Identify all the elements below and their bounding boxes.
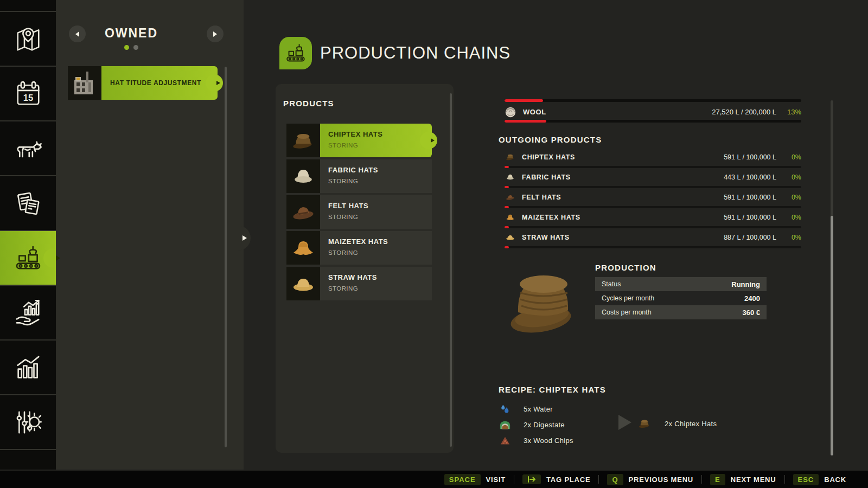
maizetex-hat-icon xyxy=(505,212,515,223)
outgoing-amount: 591 L / 100,000 L xyxy=(724,214,776,221)
page-title: PRODUCTION CHAINS xyxy=(320,43,510,63)
owned-panel-scrollbar[interactable] xyxy=(225,67,227,447)
hotkey-label: TAG PLACE xyxy=(546,476,590,484)
hotkey-visit[interactable]: SPACE VISIT xyxy=(444,474,506,485)
products-scrollbar[interactable] xyxy=(450,93,452,447)
sidebar-item-production[interactable] xyxy=(0,231,56,286)
outgoing-amount: 591 L / 100,000 L xyxy=(724,194,776,201)
divider xyxy=(701,475,702,484)
outgoing-fill-bar xyxy=(505,166,801,168)
details-scrollbar-thumb[interactable] xyxy=(831,216,833,455)
outgoing-percent: 0% xyxy=(776,174,801,181)
recipe-input-text: 3x Wood Chips xyxy=(524,436,573,445)
esc-key: ESC xyxy=(793,474,819,485)
details-section: WOOL 27,520 L / 200,000 L 13% OUTGOING P… xyxy=(497,0,805,470)
products-list: CHIPTEX HATS STORING FABRIC HATS STORING… xyxy=(286,124,432,303)
outgoing-fill-bar xyxy=(505,206,801,208)
owned-item-label-plate: HAT TITUDE ADJUSTMENT xyxy=(101,66,218,100)
products-panel-title: PRODUCTS xyxy=(283,99,334,108)
chiptex-hat-image xyxy=(290,127,316,153)
outgoing-percent: 0% xyxy=(776,234,801,241)
product-label-plate: FABRIC HATS STORING xyxy=(320,159,432,193)
row-label: Costs per month xyxy=(602,309,652,316)
hotkey-tag-place[interactable]: TAG PLACE xyxy=(522,474,590,484)
outgoing-fill-bar xyxy=(505,246,801,248)
fill-red xyxy=(505,226,509,228)
page-dot[interactable] xyxy=(133,45,138,50)
outgoing-products-title: OUTGOING PRODUCTS xyxy=(499,135,602,144)
finances-icon xyxy=(13,298,43,328)
hotkey-label: NEXT MENU xyxy=(731,476,776,484)
owned-carousel: OWNED xyxy=(56,22,244,54)
hotkey-back[interactable]: ESC BACK xyxy=(793,474,847,485)
maizetex-hat-image xyxy=(290,235,316,261)
sidebar-item-statistics[interactable] xyxy=(0,341,56,395)
fill-red xyxy=(505,246,509,248)
item-arrow-icon xyxy=(216,81,220,85)
sidebar-item-settings[interactable] xyxy=(0,395,56,450)
input-name: WOOL xyxy=(523,108,546,116)
outgoing-row-fabric-hats[interactable]: FABRIC HATS 443 L / 100,000 L 0% xyxy=(505,170,801,190)
product-label-plate: FELT HATS STORING xyxy=(320,195,432,229)
hotkey-next-menu[interactable]: E NEXT MENU xyxy=(710,474,776,485)
row-label: Cycles per month xyxy=(602,294,654,302)
recipe-output: 2x Chiptex Hats xyxy=(637,416,717,431)
product-name: FELT HATS xyxy=(328,202,432,210)
product-name: STRAW HATS xyxy=(328,273,432,281)
sidebar-item-finances[interactable] xyxy=(0,286,56,341)
outgoing-row-maizetex-hats[interactable]: MAIZETEX HATS 591 L / 100,000 L 0% xyxy=(505,210,801,230)
product-item-felt-hats[interactable]: FELT HATS STORING xyxy=(286,195,432,229)
product-status: STORING xyxy=(328,142,432,149)
fill-red xyxy=(505,186,509,188)
fabric-hat-image xyxy=(290,163,316,189)
sidebar-spacer xyxy=(0,0,56,12)
svg-text:15: 15 xyxy=(23,93,33,103)
product-thumbnail xyxy=(286,231,320,265)
panel-collapse-handle[interactable] xyxy=(235,226,251,251)
statistics-icon xyxy=(13,352,43,383)
product-item-fabric-hats[interactable]: FABRIC HATS STORING xyxy=(286,159,432,193)
input-fill-bar-top xyxy=(505,99,801,102)
page-icon-tile xyxy=(279,37,312,69)
page-dot-active[interactable] xyxy=(124,45,129,50)
hotkey-previous-menu[interactable]: Q PREVIOUS MENU xyxy=(607,474,693,485)
carousel-next-button[interactable] xyxy=(207,25,224,42)
product-item-maizetex-hats[interactable]: MAIZETEX HATS STORING xyxy=(286,231,432,265)
straw-hat-image xyxy=(290,271,316,297)
sidebar-item-animals[interactable] xyxy=(0,121,56,176)
fill-red xyxy=(505,166,509,168)
wood-chips-icon xyxy=(499,434,512,447)
outgoing-row-chiptex-hats[interactable]: CHIPTEX HATS 591 L / 100,000 L 0% xyxy=(505,150,801,170)
sidebar-item-contracts[interactable] xyxy=(0,176,56,231)
recipe-input-digestate: 2x Digestate xyxy=(499,417,573,433)
calendar-icon: 15 xyxy=(13,79,43,109)
product-item-chiptex-hats[interactable]: CHIPTEX HATS STORING xyxy=(286,124,432,157)
production-title: PRODUCTION xyxy=(595,263,656,272)
outgoing-row-felt-hats[interactable]: FELT HATS 591 L / 100,000 L 0% xyxy=(505,190,801,210)
outgoing-row-straw-hats[interactable]: STRAW HATS 887 L / 100,000 L 0% xyxy=(505,230,801,250)
input-storage-row[interactable]: WOOL 27,520 L / 200,000 L 13% xyxy=(505,105,801,119)
owned-production-item[interactable]: HAT TITUDE ADJUSTMENT xyxy=(68,66,218,100)
input-amount: 27,520 L / 200,000 L xyxy=(712,108,776,116)
chiptex-hat-icon xyxy=(637,416,652,431)
products-panel: PRODUCTS CHIPTEX HATS STORING FABRIC HAT… xyxy=(276,84,454,453)
cow-icon xyxy=(13,133,43,164)
outgoing-amount: 443 L / 100,000 L xyxy=(724,174,776,181)
input-fill-bar xyxy=(505,120,801,123)
hotkey-label: BACK xyxy=(824,476,846,484)
row-label: Status xyxy=(602,280,621,288)
outgoing-name: FABRIC HATS xyxy=(522,174,571,181)
details-scrollbar-track[interactable] xyxy=(831,100,833,455)
sidebar-item-map[interactable] xyxy=(0,12,56,67)
owned-item-label: HAT TITUDE ADJUSTMENT xyxy=(110,79,201,87)
product-status: STORING xyxy=(328,214,432,220)
wool-icon xyxy=(505,106,516,118)
hotkey-bar: SPACE VISIT TAG PLACE Q PREVIOUS MENU E … xyxy=(0,471,868,488)
sidebar-item-calendar[interactable]: 15 xyxy=(0,67,56,121)
production-table: Status Running Cycles per month 2400 Cos… xyxy=(595,277,767,319)
divider xyxy=(784,475,785,484)
factory-thumbnail xyxy=(68,66,101,100)
product-item-straw-hats[interactable]: STRAW HATS STORING xyxy=(286,267,432,300)
recipe-input-text: 2x Digestate xyxy=(524,421,565,429)
product-thumbnail xyxy=(286,124,320,157)
